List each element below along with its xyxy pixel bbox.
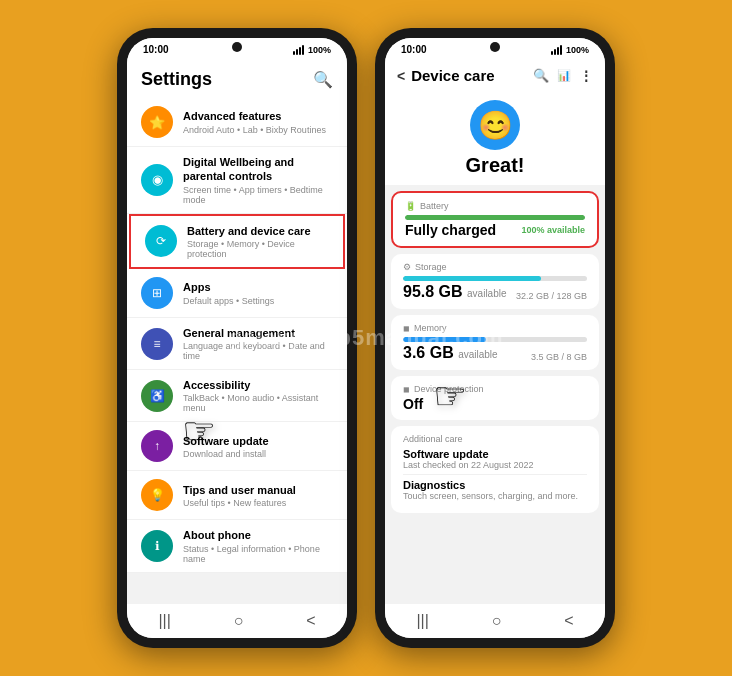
settings-title: Settings [141,69,212,90]
device-protection-card[interactable]: ◼ Device protection Off [391,376,599,420]
setting-item-general-mgmt[interactable]: ≡ General management Language and keyboa… [127,318,347,370]
memory-detail: 3.5 GB / 8 GB [531,352,587,362]
memory-section-label: ◼ Memory [403,323,587,333]
storage-card[interactable]: ⚙ Storage 95.8 GB available 32.2 GB / 12… [391,254,599,309]
memory-progress-bar [403,337,587,342]
battery-info-row: Fully charged 100% available [405,222,585,238]
advanced-features-icon: ⭐ [141,106,173,138]
memory-value: 3.6 GB [403,344,454,361]
setting-item-accessibility[interactable]: ♿ Accessibility TalkBack • Mono audio • … [127,370,347,422]
device-header-icons: 🔍 📊 ⋮ [533,68,593,84]
back-button[interactable]: < [306,612,315,630]
left-nav-bar: ||| ○ < [127,604,347,638]
accessibility-name: Accessibility [183,378,333,392]
setting-item-battery-care[interactable]: ⟳ Battery and device care Storage • Memo… [129,214,345,269]
tips-icon: 💡 [141,479,173,511]
settings-list: ⭐ Advanced features Android Auto • Lab •… [127,98,347,573]
battery-care-icon: ⟳ [145,225,177,257]
left-time: 10:00 [143,44,169,55]
memory-left: 3.6 GB available [403,344,498,362]
search-icon[interactable]: 🔍 [313,70,333,89]
left-phone-screen: 10:00 100% Settings 🔍 [127,38,347,638]
battery-status: Fully charged [405,222,496,238]
right-home-button[interactable]: ○ [492,612,502,630]
storage-detail: 32.2 GB / 128 GB [516,291,587,301]
additional-care-card: Additional care Software update Last che… [391,426,599,513]
setting-item-apps[interactable]: ⊞ Apps Default apps • Settings [127,269,347,318]
battery-care-text: Battery and device care Storage • Memory… [187,224,329,259]
battery-care-sub: Storage • Memory • Device protection [187,239,329,259]
digital-wellbeing-sub: Screen time • App timers • Bedtime mode [183,185,333,205]
accessibility-sub: TalkBack • Mono audio • Assistant menu [183,393,333,413]
storage-left: 95.8 GB available [403,283,507,301]
device-care-header: < Device care 🔍 📊 ⋮ [385,59,605,90]
about-phone-sub: Status • Legal information • Phone name [183,544,333,564]
apps-text: Apps Default apps • Settings [183,280,333,305]
digital-wellbeing-text: Digital Wellbeing and parental controls … [183,155,333,205]
storage-section-label: ⚙ Storage [403,262,587,272]
about-phone-text: About phone Status • Legal information •… [183,528,333,563]
advanced-features-name: Advanced features [183,109,333,123]
battery-available: 100% available [521,225,585,235]
right-nav-bar: ||| ○ < [385,604,605,638]
apps-icon: ⊞ [141,277,173,309]
right-time: 10:00 [401,44,427,55]
about-phone-name: About phone [183,528,333,542]
dp-icon: ◼ [403,385,410,394]
memory-sub: available [458,349,497,360]
accessibility-icon: ♿ [141,380,173,412]
memory-progress-fill [403,337,486,342]
dp-section-label: ◼ Device protection [403,384,587,394]
advanced-features-sub: Android Auto • Lab • Bixby Routines [183,125,333,135]
software-update-care-name: Software update [403,448,587,460]
battery-progress-bar [405,215,585,220]
home-button[interactable]: ○ [234,612,244,630]
battery-icon: 🔋 [405,201,416,211]
apps-name: Apps [183,280,333,294]
battery-card[interactable]: 🔋 Battery Fully charged 100% available [391,191,599,248]
storage-icon: ⚙ [403,262,411,272]
right-phone-screen: 10:00 100% < Device care [385,38,605,638]
diagnostics-sub: Touch screen, sensors, charging, and mor… [403,491,587,501]
right-notch [490,42,500,52]
device-header-left: < Device care [397,67,495,84]
tips-text: Tips and user manual Useful tips • New f… [183,483,333,508]
additional-care-diagnostics[interactable]: Diagnostics Touch screen, sensors, charg… [403,479,587,501]
software-update-text: Software update Download and install [183,434,333,459]
device-chart-icon[interactable]: 📊 [557,69,571,82]
left-status-icons: 100% [293,45,331,55]
settings-scroll[interactable]: ⭐ Advanced features Android Auto • Lab •… [127,98,347,604]
recent-apps-button[interactable]: ||| [158,612,170,630]
software-update-care-sub: Last checked on 22 August 2022 [403,460,587,470]
device-care-scroll[interactable]: 🔋 Battery Fully charged 100% available ⚙ [385,185,605,604]
setting-item-advanced-features[interactable]: ⭐ Advanced features Android Auto • Lab •… [127,98,347,147]
device-care-title: Device care [411,67,494,84]
about-phone-icon: ℹ [141,530,173,562]
great-section: 😊 Great! [385,90,605,185]
great-emoji: 😊 [470,100,520,150]
memory-card[interactable]: ◼ Memory 3.6 GB available 3.5 GB / 8 GB [391,315,599,370]
left-phone-container: 10:00 100% Settings 🔍 [117,28,357,648]
right-back-button[interactable]: < [564,612,573,630]
device-more-icon[interactable]: ⋮ [579,68,593,84]
apps-sub: Default apps • Settings [183,296,333,306]
memory-info-row: 3.6 GB available 3.5 GB / 8 GB [403,344,587,362]
battery-progress-fill [405,215,585,220]
setting-item-software-update[interactable]: ↑ Software update Download and install [127,422,347,471]
setting-item-digital-wellbeing[interactable]: ◉ Digital Wellbeing and parental control… [127,147,347,214]
back-arrow-icon[interactable]: < [397,68,405,84]
general-mgmt-name: General management [183,326,333,340]
dp-value: Off [403,396,587,412]
device-search-icon[interactable]: 🔍 [533,68,549,83]
storage-progress-bar [403,276,587,281]
left-notch [232,42,242,52]
setting-item-about-phone[interactable]: ℹ About phone Status • Legal information… [127,520,347,572]
general-mgmt-text: General management Language and keyboard… [183,326,333,361]
additional-care-software-update[interactable]: Software update Last checked on 22 Augus… [403,448,587,470]
right-recent-apps-button[interactable]: ||| [416,612,428,630]
left-phone: 10:00 100% Settings 🔍 [117,28,357,648]
general-mgmt-sub: Language and keyboard • Date and time [183,341,333,361]
setting-item-tips[interactable]: 💡 Tips and user manual Useful tips • New… [127,471,347,520]
signal-icon [293,45,304,55]
tips-sub: Useful tips • New features [183,498,333,508]
